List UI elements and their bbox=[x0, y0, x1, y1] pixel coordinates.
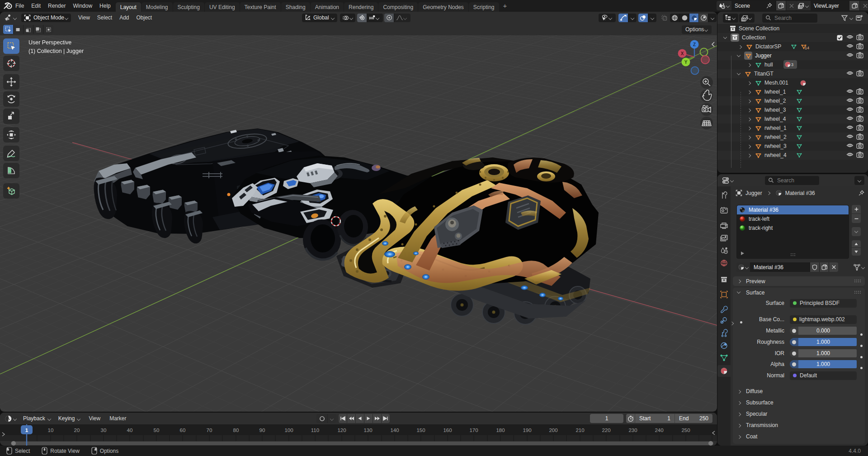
svg-text:30: 30 bbox=[101, 428, 107, 433]
svg-text:190: 190 bbox=[523, 428, 531, 433]
svg-text:130: 130 bbox=[363, 428, 372, 433]
svg-text:230: 230 bbox=[628, 428, 637, 433]
svg-text:170: 170 bbox=[469, 428, 478, 433]
svg-text:X: X bbox=[681, 51, 684, 56]
svg-text:20: 20 bbox=[74, 428, 80, 433]
svg-text:220: 220 bbox=[602, 428, 610, 433]
svg-text:Y: Y bbox=[684, 60, 688, 65]
svg-text:70: 70 bbox=[207, 428, 212, 433]
svg-text:150: 150 bbox=[416, 428, 425, 433]
svg-text:10: 10 bbox=[48, 428, 54, 433]
svg-text:110: 110 bbox=[311, 428, 319, 433]
svg-text:80: 80 bbox=[233, 428, 239, 433]
svg-text:1: 1 bbox=[25, 428, 28, 433]
svg-text:120: 120 bbox=[337, 428, 346, 433]
svg-text:240: 240 bbox=[655, 428, 663, 433]
svg-text:250: 250 bbox=[681, 428, 690, 433]
svg-text:160: 160 bbox=[443, 428, 452, 433]
svg-text:Z: Z bbox=[693, 42, 696, 47]
svg-text:140: 140 bbox=[390, 428, 399, 433]
svg-text:User Perspective: User Perspective bbox=[28, 39, 71, 46]
svg-text:60: 60 bbox=[180, 428, 186, 433]
svg-text:50: 50 bbox=[154, 428, 160, 433]
svg-text:180: 180 bbox=[496, 428, 505, 433]
svg-text:210: 210 bbox=[576, 428, 584, 433]
svg-text:200: 200 bbox=[549, 428, 557, 433]
svg-text:(1) Collection | Jugger: (1) Collection | Jugger bbox=[28, 48, 84, 54]
svg-text:100: 100 bbox=[284, 428, 293, 433]
svg-text:90: 90 bbox=[259, 428, 265, 433]
svg-text:40: 40 bbox=[127, 428, 133, 433]
